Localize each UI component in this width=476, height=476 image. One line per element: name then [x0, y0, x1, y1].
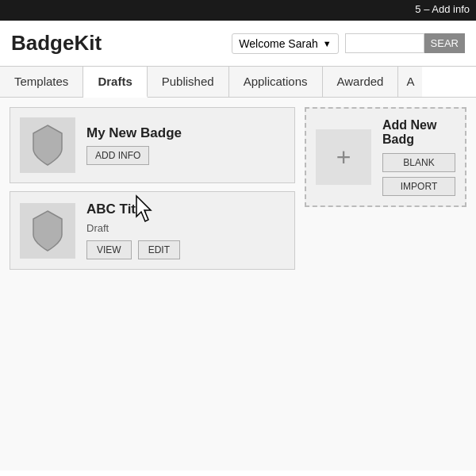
user-dropdown[interactable]: Welcome Sarah ▼	[232, 33, 338, 54]
top-bar-label: 5 – Add info	[415, 3, 470, 15]
top-bar: 5 – Add info	[0, 0, 476, 21]
badge-title-2: ABC Title	[86, 202, 285, 217]
add-new-buttons: BLANK IMPORT	[382, 153, 455, 196]
badge-actions-2: VIEW EDIT	[86, 240, 285, 259]
add-info-button[interactable]: ADD INFO	[86, 146, 149, 165]
edit-button[interactable]: EDIT	[138, 240, 180, 259]
logo: BadgeKit	[11, 31, 232, 56]
tab-published[interactable]: Published	[148, 67, 229, 97]
add-new-info: Add New Badg BLANK IMPORT	[382, 118, 455, 196]
badge-card-my-new-badge: My New Badge ADD INFO	[10, 107, 295, 183]
tab-applications[interactable]: Applications	[229, 67, 323, 97]
badge-title-1: My New Badge	[86, 125, 285, 141]
import-button[interactable]: IMPORT	[382, 177, 455, 196]
badge-info-2: ABC Title Draft VIEW EDIT	[86, 202, 285, 259]
user-label: Welcome Sarah	[239, 37, 317, 50]
badge-thumbnail-2	[20, 203, 75, 259]
add-new-title: Add New Badg	[382, 118, 455, 147]
right-column: + Add New Badg BLANK IMPORT	[305, 107, 466, 461]
tab-templates[interactable]: Templates	[0, 67, 83, 97]
left-column: My New Badge ADD INFO ABC Title Draft VI…	[10, 107, 295, 461]
dropdown-arrow-icon: ▼	[323, 39, 332, 48]
add-plus-icon[interactable]: +	[316, 129, 371, 185]
view-button[interactable]: VIEW	[86, 240, 132, 259]
tab-awarded[interactable]: Awarded	[323, 67, 399, 97]
tab-drafts[interactable]: Drafts	[83, 67, 147, 98]
badge-subtitle-2: Draft	[86, 222, 285, 234]
blank-button[interactable]: BLANK	[382, 153, 455, 172]
badge-card-abc-title: ABC Title Draft VIEW EDIT	[10, 191, 295, 270]
search-button[interactable]: SEAR	[424, 33, 465, 53]
search-input[interactable]	[345, 33, 424, 53]
nav-tabs: Templates Drafts Published Applications …	[0, 67, 476, 98]
add-new-card: + Add New Badg BLANK IMPORT	[305, 107, 466, 207]
badge-actions-1: ADD INFO	[86, 146, 285, 165]
header: BadgeKit Welcome Sarah ▼ SEAR	[0, 21, 476, 67]
badge-info-1: My New Badge ADD INFO	[86, 125, 285, 165]
main-content: My New Badge ADD INFO ABC Title Draft VI…	[0, 98, 476, 470]
tab-overflow[interactable]: A	[398, 67, 422, 97]
badge-thumbnail-1	[20, 117, 75, 173]
